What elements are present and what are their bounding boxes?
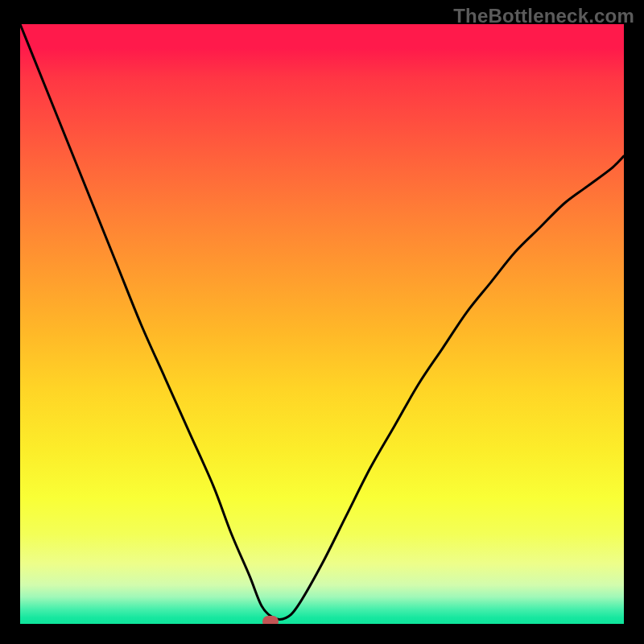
chart-frame: TheBottleneck.com [0, 0, 644, 644]
bottleneck-curve [20, 24, 624, 619]
min-marker [262, 616, 279, 624]
plot-area [20, 24, 624, 624]
curve-layer [20, 24, 624, 624]
